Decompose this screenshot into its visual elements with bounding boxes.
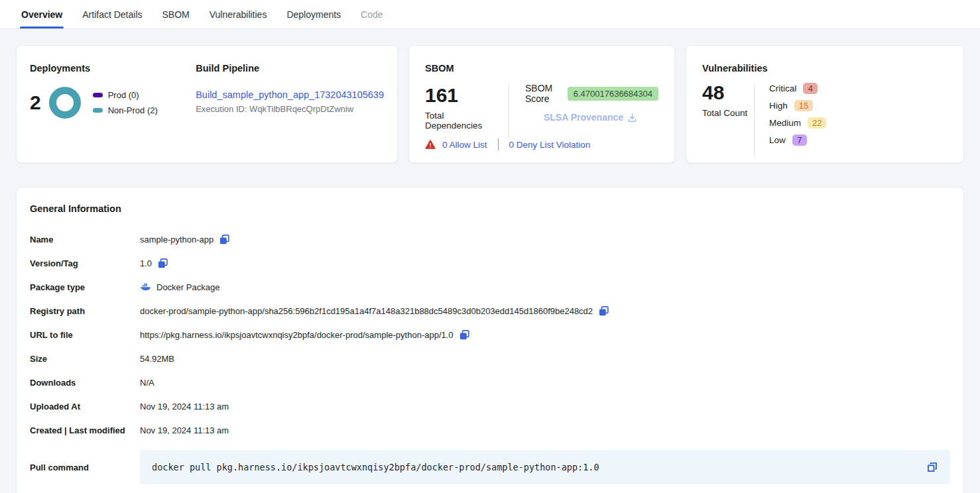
- tab-artifact-details-label: Artifact Details: [82, 9, 142, 20]
- tab-code: Code: [361, 0, 383, 28]
- deployments-legend: Prod (0) Non-Prod (2): [93, 90, 158, 115]
- sbom-total-label: Total Dependencies: [425, 111, 494, 131]
- tab-sbom-label: SBOM: [162, 9, 190, 20]
- tab-code-label: Code: [361, 9, 383, 20]
- severity-low-label: Low: [769, 135, 786, 145]
- version-tag-value: 1.0: [140, 258, 152, 268]
- url-to-file-label: URL to file: [30, 330, 140, 340]
- uploaded-at-label: Uploaded At: [30, 402, 140, 411]
- row-size: Size 54.92MB: [30, 347, 950, 370]
- url-to-file-value-group: https://pkg.harness.io/ikpsjoavtcwxnqisy…: [140, 329, 470, 341]
- url-to-file-value: https://pkg.harness.io/ikpsjoavtcwxnqisy…: [140, 330, 454, 340]
- severity-medium-label: Medium: [769, 118, 801, 128]
- row-uploaded-at: Uploaded At Nov 19, 2024 11:13 am: [30, 394, 950, 418]
- sbom-score-section: SBOM Score 6.470017636684304 SLSA Proven…: [525, 83, 658, 138]
- package-type-label: Package type: [30, 282, 140, 292]
- copy-pull-command-button[interactable]: [926, 461, 938, 473]
- vulnerabilities-card: Vulnerabilities 48 Total Count Critical …: [686, 45, 964, 163]
- version-tag-label: Version/Tag: [30, 258, 140, 268]
- sbom-score-badge: 6.470017636684304: [568, 87, 658, 101]
- downloads-value: N/A: [140, 378, 154, 388]
- row-url-to-file: URL to file https://pkg.harness.io/ikpsj…: [30, 323, 950, 347]
- tab-sbom[interactable]: SBOM: [162, 0, 190, 28]
- allow-list-link[interactable]: 0 Allow List: [442, 140, 487, 150]
- downloads-label: Downloads: [30, 378, 140, 388]
- severity-row-low: Low 7: [769, 135, 826, 146]
- pull-command-value: docker pull pkg.harness.io/ikpsjoavtcwxn…: [152, 462, 926, 472]
- prod-label: Prod (0): [108, 90, 139, 100]
- row-registry-path: Registry path docker-prod/sample-python-…: [30, 299, 950, 323]
- severity-high-label: High: [769, 101, 788, 111]
- package-type-value-group: Docker Package: [140, 282, 219, 292]
- execution-id: Execution ID: WqkTilbBRqecQrpDtZwniw: [196, 104, 384, 114]
- copy-icon: [598, 305, 609, 317]
- copy-registry-path-button[interactable]: [598, 305, 609, 317]
- sbom-score-row: SBOM Score 6.470017636684304: [525, 83, 658, 104]
- build-pipeline-link[interactable]: Build_sample_python_app_1732043105639: [196, 89, 384, 100]
- name-value-group: sample-python-app: [140, 234, 230, 245]
- sbom-total-dependencies: 161: [425, 85, 494, 105]
- slsa-provenance-download[interactable]: SLSA Provenance: [544, 112, 658, 123]
- registry-path-value: docker-prod/sample-python-app/sha256:596…: [140, 306, 593, 316]
- vulnerabilities-total-label: Total Count: [702, 108, 754, 118]
- registry-path-value-group: docker-prod/sample-python-app/sha256:596…: [140, 305, 609, 317]
- name-label: Name: [30, 235, 140, 245]
- copy-icon: [459, 329, 470, 341]
- tab-deployments[interactable]: Deployments: [286, 0, 341, 28]
- row-created-modified: Created | Last modified Nov 19, 2024 11:…: [30, 418, 950, 442]
- sbom-body: 161 Total Dependencies SBOM Score 6.4700…: [425, 83, 658, 138]
- pull-command-box: docker pull pkg.harness.io/ikpsjoavtcwxn…: [140, 450, 950, 484]
- warning-icon: [425, 140, 436, 149]
- copy-name-button[interactable]: [219, 234, 230, 245]
- tab-artifact-details[interactable]: Artifact Details: [82, 0, 142, 28]
- pull-command-label: Pull command: [30, 463, 140, 472]
- sbom-divider: [509, 84, 509, 137]
- sbom-score-label: SBOM Score: [525, 83, 561, 104]
- deployments-card: Deployments 2 Prod (0) Non-Prod (2): [16, 45, 398, 163]
- tab-vulnerabilities[interactable]: Vulnerabilities: [210, 0, 267, 28]
- severity-high-badge: 15: [794, 100, 813, 111]
- links-divider: [498, 138, 499, 150]
- prod-swatch: [93, 93, 103, 97]
- deny-list-link[interactable]: 0 Deny List Violation: [509, 140, 591, 150]
- general-information-title: General Information: [30, 203, 950, 214]
- deployments-body: 2 Prod (0) Non-Prod (2): [30, 87, 196, 119]
- legend-item-prod: Prod (0): [93, 90, 158, 100]
- build-pipeline-section: Build Pipeline Build_sample_python_app_1…: [196, 63, 384, 149]
- severity-row-high: High 15: [769, 100, 826, 111]
- row-pull-command: Pull command docker pull pkg.harness.io/…: [30, 450, 950, 484]
- uploaded-at-value: Nov 19, 2024 11:13 am: [140, 402, 229, 411]
- artifact-overview-page: Overview Artifact Details SBOM Vulnerabi…: [0, 0, 980, 493]
- vulnerabilities-body: 48 Total Count Critical 4 High 15: [702, 83, 948, 158]
- tab-overview-label: Overview: [21, 9, 62, 20]
- docker-icon: [140, 282, 151, 292]
- severity-medium-badge: 22: [808, 117, 826, 129]
- general-information-rows: Name sample-python-app Version/Tag 1.0: [30, 227, 950, 484]
- copy-url-button[interactable]: [459, 329, 470, 341]
- severity-critical-badge: 4: [803, 83, 818, 94]
- download-icon: [627, 113, 637, 123]
- vulnerabilities-totals: 48 Total Count: [702, 83, 754, 158]
- copy-icon: [157, 258, 168, 269]
- build-pipeline-title: Build Pipeline: [196, 63, 384, 74]
- tab-vulnerabilities-label: Vulnerabilities: [210, 9, 267, 20]
- vulnerabilities-divider: [754, 84, 755, 157]
- vulnerabilities-title: Vulnerabilities: [702, 63, 948, 74]
- tab-deployments-label: Deployments: [286, 9, 341, 20]
- nonprod-swatch: [93, 108, 103, 113]
- copy-version-button[interactable]: [157, 258, 168, 269]
- size-value: 54.92MB: [140, 354, 174, 364]
- nonprod-label: Non-Prod (2): [108, 105, 158, 115]
- version-tag-value-group: 1.0: [140, 258, 168, 269]
- general-information-card: General Information Name sample-python-a…: [16, 187, 964, 493]
- deployments-count: 2: [30, 93, 41, 113]
- slsa-provenance-label: SLSA Provenance: [544, 112, 623, 123]
- severity-row-critical: Critical 4: [769, 83, 826, 94]
- copy-outline-icon: [926, 461, 938, 473]
- sbom-policy-links: 0 Allow List 0 Deny List Violation: [425, 138, 658, 150]
- registry-path-label: Registry path: [30, 306, 140, 316]
- copy-icon: [219, 234, 230, 245]
- package-type-value: Docker Package: [156, 282, 219, 292]
- tab-overview[interactable]: Overview: [21, 0, 62, 28]
- created-modified-value: Nov 19, 2024 11:13 am: [140, 425, 229, 435]
